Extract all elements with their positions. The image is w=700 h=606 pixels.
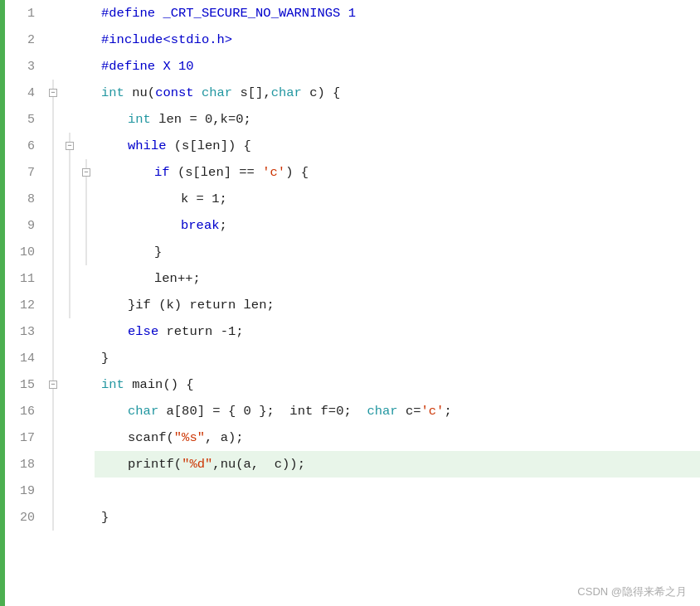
fold-col-line-7 xyxy=(45,159,61,186)
watermark: CSDN @隐得来希之月 xyxy=(577,584,687,599)
code-line-11: len++; xyxy=(95,265,700,292)
code-line-13: else return -1; xyxy=(95,318,700,345)
line-number-9: 9 xyxy=(5,212,45,239)
fold-col-line-10 xyxy=(61,239,78,265)
fold-col-line-19 xyxy=(45,478,61,504)
fold-col-line-9 xyxy=(78,212,95,239)
fold-col-line-16 xyxy=(61,398,78,424)
fold-col-line-8 xyxy=(78,186,95,212)
line-number-2: 2 xyxy=(5,27,45,53)
line-number-17: 17 xyxy=(5,424,45,451)
fold-col-line-7: − xyxy=(78,159,95,186)
line-number-16: 16 xyxy=(5,398,45,424)
code-area: #define _CRT_SECURE_NO_WARNINGS 1#includ… xyxy=(95,0,700,606)
fold-col-line-12 xyxy=(45,292,61,318)
fold-col-line-4 xyxy=(78,80,95,106)
code-line-1: #define _CRT_SECURE_NO_WARNINGS 1 xyxy=(95,0,700,27)
fold-col-line-12 xyxy=(78,292,95,318)
code-line-19 xyxy=(95,478,700,504)
line-number-6: 6 xyxy=(5,133,45,159)
fold-col-line-8 xyxy=(45,186,61,212)
fold-col-line-20 xyxy=(61,504,78,531)
line-number-8: 8 xyxy=(5,186,45,212)
line-number-7: 7 xyxy=(5,159,45,186)
fold-col-line-6: − xyxy=(61,133,78,159)
fold-col-line-11 xyxy=(78,265,95,292)
code-line-16: char a[80] = { 0 }; int f=0; char c='c'; xyxy=(95,398,700,424)
code-line-9: break; xyxy=(95,212,700,239)
line-number-18: 18 xyxy=(5,451,45,478)
line-number-11: 11 xyxy=(5,265,45,292)
fold-col-line-17 xyxy=(61,424,78,451)
fold-col-line-15 xyxy=(78,371,95,398)
line-number-4: 4 xyxy=(5,80,45,106)
fold-col-line-14 xyxy=(78,345,95,371)
code-line-10: } xyxy=(95,239,700,265)
line-number-3: 3 xyxy=(5,53,45,80)
code-line-7: if (s[len] == 'c') { xyxy=(95,159,700,186)
code-line-2: #include<stdio.h> xyxy=(95,27,700,53)
code-container: 1234567891011121314151617181920 −− − − #… xyxy=(0,0,700,606)
fold-col-line-17 xyxy=(78,424,95,451)
fold-col-line-3 xyxy=(61,53,78,80)
fold-col-line-19 xyxy=(78,478,95,504)
fold-col-line-20 xyxy=(45,504,61,531)
fold-col-line-5 xyxy=(45,106,61,133)
line-number-15: 15 xyxy=(5,371,45,398)
line-number-1: 1 xyxy=(5,0,45,27)
fold-col-line-6 xyxy=(78,133,95,159)
code-line-3: #define X 10 xyxy=(95,53,700,80)
fold-col-line-12 xyxy=(61,292,78,318)
line-number-20: 20 xyxy=(5,504,45,531)
code-line-17: scanf("%s", a); xyxy=(95,424,700,451)
fold-col-line-17 xyxy=(45,424,61,451)
fold-col-line-15: − xyxy=(45,371,61,398)
line-number-10: 10 xyxy=(5,239,45,265)
fold-col-line-1 xyxy=(78,0,95,27)
code-line-4: int nu(const char s[],char c) { xyxy=(95,80,700,106)
code-line-18: printf("%d",nu(a, c)); xyxy=(95,451,700,478)
fold-col-line-18 xyxy=(45,451,61,478)
line-number-12: 12 xyxy=(5,292,45,318)
fold-col-line-16 xyxy=(78,398,95,424)
fold-col-1: −− xyxy=(45,0,61,606)
fold-col-line-16 xyxy=(45,398,61,424)
fold-col-line-10 xyxy=(78,239,95,265)
fold-col-line-3 xyxy=(78,53,95,80)
fold-col-line-14 xyxy=(61,345,78,371)
fold-col-line-1 xyxy=(45,0,61,27)
fold-col-line-18 xyxy=(61,451,78,478)
fold-col-line-10 xyxy=(45,239,61,265)
fold-col-2: − xyxy=(61,0,78,606)
fold-col-line-2 xyxy=(45,27,61,53)
line-number-5: 5 xyxy=(5,106,45,133)
line-number-14: 14 xyxy=(5,345,45,371)
code-line-12: }if (k) return len; xyxy=(95,292,700,318)
fold-col-line-5 xyxy=(61,106,78,133)
line-number-19: 19 xyxy=(5,478,45,504)
fold-col-line-6 xyxy=(45,133,61,159)
code-line-14: } xyxy=(95,345,700,371)
fold-col-line-2 xyxy=(78,27,95,53)
fold-col-line-3 xyxy=(45,53,61,80)
fold-col-line-13 xyxy=(61,318,78,345)
line-number-13: 13 xyxy=(5,318,45,345)
fold-col-line-20 xyxy=(78,504,95,531)
code-line-15: int main() { xyxy=(95,371,700,398)
fold-col-line-7 xyxy=(61,159,78,186)
fold-col-line-11 xyxy=(45,265,61,292)
line-numbers: 1234567891011121314151617181920 xyxy=(5,0,45,606)
fold-col-line-13 xyxy=(78,318,95,345)
fold-col-line-9 xyxy=(61,212,78,239)
fold-col-line-14 xyxy=(45,345,61,371)
fold-col-line-9 xyxy=(45,212,61,239)
fold-col-line-4: − xyxy=(45,80,61,106)
fold-col-line-11 xyxy=(61,265,78,292)
code-line-20: } xyxy=(95,504,700,531)
fold-col-line-18 xyxy=(78,451,95,478)
fold-col-line-13 xyxy=(45,318,61,345)
fold-col-3: − xyxy=(78,0,95,606)
code-line-6: while (s[len]) { xyxy=(95,133,700,159)
fold-col-line-8 xyxy=(61,186,78,212)
fold-col-line-19 xyxy=(61,478,78,504)
